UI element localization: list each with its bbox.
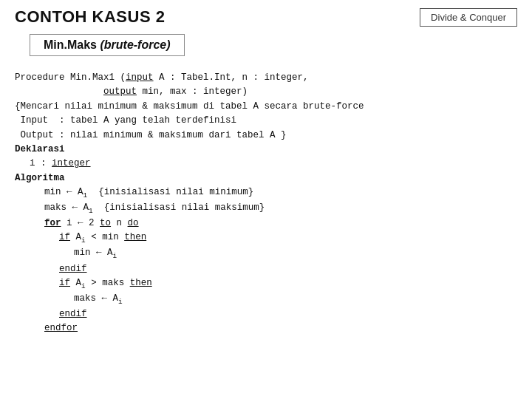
code-line-8: Algoritma [15, 171, 517, 185]
code-line-11: for i ← 2 to n do [15, 216, 517, 231]
code-line-6: Deklarasi [15, 143, 517, 157]
code-line-10: maks ← A1 {inisialisasi nilai maksimum} [15, 201, 517, 216]
code-line-18: endfor [15, 321, 517, 335]
subtitle-italic: (brute-force) [97, 38, 171, 51]
code-line-15: if Ai > maks then [15, 276, 517, 292]
code-line-3: {Mencari nilai minimum & maksimum di tab… [15, 100, 517, 114]
code-line-12: if Ai < min then [15, 231, 517, 246]
code-line-17: endif [15, 307, 517, 321]
code-line-2: output min, max : integer) [15, 85, 517, 99]
code-line-14: endif [15, 262, 517, 276]
code-line-4: Input : tabel A yang telah terdefinisi [15, 114, 517, 128]
code-line-5: Output : nilai minimum & maksimum dari t… [15, 129, 517, 143]
code-line-7: i : integer [15, 157, 517, 171]
code-block: Procedure Min.Max1 (input A : Tabel.Int,… [15, 71, 517, 336]
code-line-1: Procedure Min.Max1 (input A : Tabel.Int,… [15, 71, 517, 85]
code-line-13: min ← Ai [15, 246, 517, 262]
subtitle-main: Min.Maks [44, 38, 97, 51]
page-title: CONTOH KASUS 2 [15, 7, 165, 27]
topic-badge: Divide & Conquer [420, 8, 517, 27]
subtitle-box: Min.Maks (brute-force) [30, 34, 185, 56]
code-line-16: maks ← Ai [15, 292, 517, 307]
code-line-9: min ← A1 {inisialisasi nilai minimum} [15, 185, 517, 201]
